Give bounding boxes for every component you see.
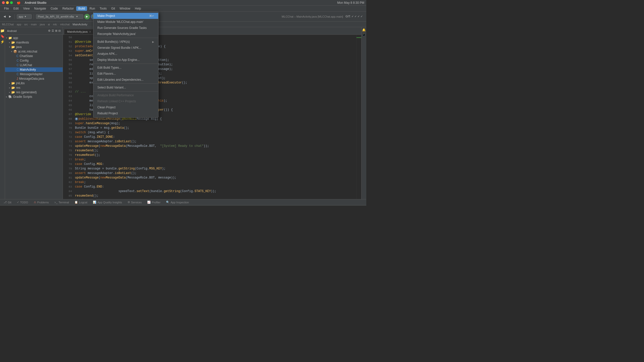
menu-code[interactable]: Code [49,6,60,11]
tree-arrow-manifests: ▸ [9,41,10,44]
sidebar-item-messagedata[interactable]: ▸ J MessageData.java [5,76,63,81]
menu-file[interactable]: File [2,6,11,11]
mac-maximize-button[interactable] [10,1,13,4]
bottom-tab-problems[interactable]: ⚠ Problems [31,200,51,204]
menu-build[interactable]: Build [76,6,87,11]
menu-navigate[interactable]: Navigate [32,6,48,11]
menu-rebuild-project[interactable]: Rebuild Project [93,110,158,116]
toolbar-forward-button[interactable]: ▶ [8,14,13,19]
menu-git[interactable]: Git [109,6,117,11]
menu-help[interactable]: Help [133,6,143,11]
sidebar-item-res-generated-label: res (generated) [16,90,37,94]
sidebar-tree: ▾ 📁 app ▸ 📂 manifests ▾ 📂 java ▾ 📦 ai.ml… [5,35,63,199]
left-gutter-structure-icon[interactable]: ⚡ [0,40,5,44]
menu-edit[interactable]: Edit [11,6,21,11]
class-icon-messageadapter: C [17,72,19,76]
bottom-tab-profiler[interactable]: 📈 Profiler [145,200,163,204]
left-gutter-project-icon[interactable]: 📁 [0,29,5,33]
menu-run[interactable]: Run [88,6,97,11]
bottom-tab-logcat[interactable]: 📋 Logcat [72,200,90,204]
menu-generate-signed[interactable]: Generate Signed Bundle / APK... [93,45,158,51]
menu-edit-libraries[interactable]: Edit Libraries and Dependencies... [93,77,158,83]
menu-window[interactable]: Window [117,6,132,11]
menu-recompile[interactable]: Recompile 'MainActivity.java' [93,31,158,37]
menu-clean-project[interactable]: Clean Project [93,104,158,110]
bottom-tab-app-quality-insights[interactable]: 📊 App Quality Insights [90,200,125,204]
menu-select-build-variant[interactable]: Select Build Variant... [93,84,158,90]
editor-tab-close-button[interactable]: ✕ [89,30,91,33]
sidebar-item-llmchat[interactable]: ▸ C LLMChat [5,63,63,67]
sidebar-item-gradle[interactable]: ▸ 🐘 Gradle Scripts [5,95,63,99]
sidebar-item-config-label: Config [20,59,29,62]
mac-minimize-button[interactable] [6,1,9,4]
bottom-tab-app-inspection[interactable]: 🔍 App Inspection [164,200,191,204]
sidebar-collapse-icon[interactable]: ⊟ [58,29,61,32]
sidebar-item-package[interactable]: ▾ 📦 ai.mlc.mlcchat [5,49,63,54]
device-selector[interactable]: Pixel_3a_API_33_arm64-v8a ▼ [36,14,83,19]
menu-tools[interactable]: Tools [98,6,109,11]
right-panel-notifications-icon[interactable]: 🔔 [362,28,366,32]
sidebar-item-manifests[interactable]: ▸ 📂 manifests [8,40,63,45]
sidebar-item-app[interactable]: ▾ 📁 app [5,36,63,40]
menu-run-generate[interactable]: Run Generate Sources Gradle Tasks [93,25,158,31]
bottom-tab-git[interactable]: ⎇ Git [1,200,14,204]
sidebar-item-chatstate[interactable]: ▸ C ChatState [5,54,63,58]
build-dropdown-menu: Make Project ⌘↵ Make Module 'MLCChat.app… [93,12,158,118]
bottom-tab-logcat-label: Logcat [79,201,87,204]
breadcrumb-sep-8: › [71,23,72,26]
bottom-tab-todo[interactable]: ✓ TODO [14,200,31,204]
menu-analyze-apk[interactable]: Analyze APK... [93,51,158,57]
menu-make-project[interactable]: Make Project ⌘↵ [93,13,158,19]
bottom-tab-services[interactable]: ⚙ Services [125,200,144,204]
project-selector[interactable]: app ▼ [17,14,32,19]
sidebar-gear-icon[interactable]: ⚙ [48,29,51,32]
package-icon: 📦 [13,50,17,53]
sidebar-item-java[interactable]: ▾ 📂 java [8,45,63,49]
toolbar-back-button[interactable]: ◀ [2,14,7,19]
sidebar-item-messageadapter[interactable]: ▸ C MessageAdapter [5,72,63,76]
menu-refactor[interactable]: Refactor [60,6,76,11]
breadcrumb-app: app [17,23,21,26]
sidebar-item-mainactivity[interactable]: ▸ C MainActivity [5,67,63,72]
breadcrumb-src: src [24,23,28,26]
breadcrumb-sep-1: › [15,23,16,26]
sidebar-item-config[interactable]: ▸ C Config [5,58,63,63]
left-gutter-bookmark-icon[interactable]: 🔖 [0,34,5,38]
run-button[interactable]: ▶ [84,14,90,19]
menu-view[interactable]: View [21,6,32,11]
menu-deploy-module[interactable]: Deploy Module to App Engine... [93,57,158,63]
breadcrumb-java: java [40,23,45,26]
menu-edit-flavors[interactable]: Edit Flavors... [93,71,158,77]
right-panel-device-icon[interactable]: 📱 [362,33,366,36]
bottom-tab-problems-label: Problems [37,201,49,204]
menu-edit-build-types[interactable]: Edit Build Types... [93,65,158,71]
sidebar-item-jnilibs[interactable]: ▸ 📂 jniLibs [8,81,63,85]
breadcrumb-main: main [31,23,37,26]
code-line-69: super.handleMessage(msg); [75,121,354,126]
breadcrumb-mainactivity: MainActivity [72,23,87,26]
mac-window-controls[interactable] [2,1,13,4]
app-folder-icon: 📁 [8,36,12,40]
breadcrumb-sep-4: › [38,23,39,26]
mac-close-button[interactable] [2,1,5,4]
sidebar-item-res-generated[interactable]: ▸ 📂 res (generated) [8,90,63,95]
editor-breadcrumb-bar: MLCChat › app › src › main › java › ai ›… [0,22,366,27]
sidebar-item-messageadapter-label: MessageAdapter [20,72,43,76]
git-label: GIT: ✓ ✓ ✓ ✓ [346,15,363,18]
sidebar-item-chatstate-label: ChatState [20,54,33,58]
project-sidebar: Android ⚙ ☰ ⊞ ⊟ ▾ 📁 app ▸ 📂 manifests ▾ … [5,27,63,199]
editor-tab-mainactivity[interactable]: MainActivity.java ✕ [64,29,94,34]
sidebar-item-messagedata-label: MessageData.java [19,77,44,80]
menu-sep-4 [93,91,158,92]
class-icon-config: C [17,59,19,62]
sidebar-filter-icon[interactable]: ☰ [52,29,54,32]
menu-build-bundle[interactable]: Build Bundle(s) / APK(s) ▶ [93,39,158,45]
app-quality-icon: 📊 [93,201,96,204]
bottom-tab-terminal[interactable]: >_ Terminal [52,200,71,204]
menu-make-module[interactable]: Make Module 'MLCChat.app.main' [93,19,158,25]
editor-scrollbar[interactable] [356,35,361,199]
sidebar-item-res[interactable]: ▸ 📂 res [8,85,63,90]
sidebar-expand-icon[interactable]: ⊞ [55,29,57,32]
sidebar-item-gradle-label: Gradle Scripts [13,95,32,99]
toolbar-git-status[interactable]: GIT: ✓ ✓ ✓ ✓ [344,14,364,19]
